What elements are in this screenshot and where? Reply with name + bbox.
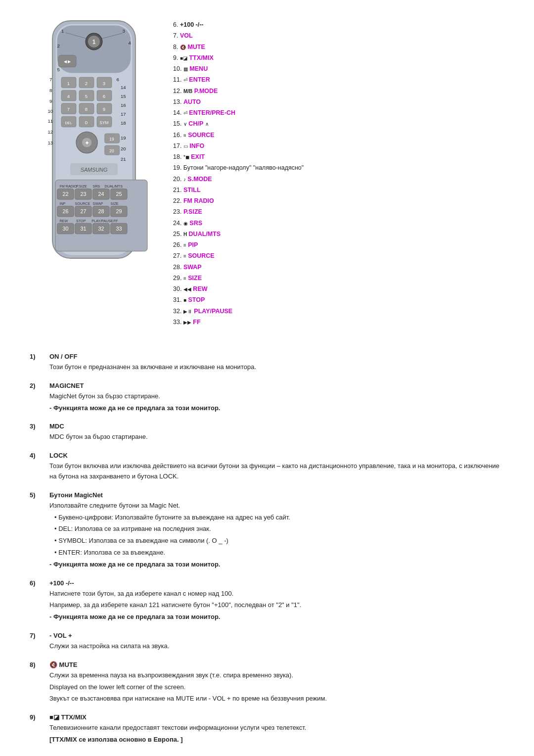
section-9: 9) ■◪ TTX/MIX Телевизионните канали пред… <box>30 713 504 747</box>
legend-item-30: 30. ◀◀ REW <box>173 284 504 294</box>
svg-text:INP: INP <box>59 201 65 206</box>
svg-text:SYM: SYM <box>99 120 108 125</box>
section-6: 6) +100 -/-- Натиснете този бутон, за да… <box>30 579 504 624</box>
legend-item-29: 29. ≡ SIZE <box>173 273 504 284</box>
legend-item-17: 17. ▭ INFO <box>173 141 504 151</box>
section-4: 4) LOCK Този бутон включва или изключва … <box>30 452 504 483</box>
svg-text:3: 3 <box>123 28 125 34</box>
legend-item-8: 8. 🔇 MUTE <box>173 42 504 52</box>
section-5: 5) Бутони MagicNet Използвайте следните … <box>30 491 504 571</box>
legend-item-21: 21. STILL <box>173 185 504 195</box>
svg-text:29: 29 <box>116 208 122 214</box>
section-6-p2: Например, за да изберете канал 121 натис… <box>49 600 504 611</box>
section-9-p2: [TTX/MIX се използва основно в Европа. ] <box>49 735 504 745</box>
svg-text:18: 18 <box>121 120 126 126</box>
svg-text:30: 30 <box>62 226 68 232</box>
svg-text:12: 12 <box>47 129 53 135</box>
svg-text:11: 11 <box>47 118 53 124</box>
legend-item-9: 9. ■◪ TTX/MIX <box>173 53 504 63</box>
remote-svg: 1 1 2 3 4 ◀ ▶ 5 <box>35 15 153 264</box>
svg-text:9: 9 <box>103 106 105 112</box>
section-7-p1: Служи за настройка на силата на звука. <box>49 641 504 652</box>
svg-text:FF: FF <box>114 219 118 223</box>
svg-text:2: 2 <box>57 43 60 48</box>
svg-text:8: 8 <box>49 88 52 93</box>
svg-text:5: 5 <box>57 67 60 72</box>
svg-text:SWAP: SWAP <box>93 201 103 206</box>
svg-text:21: 21 <box>121 156 126 162</box>
section-2: 2) MAGICNET MagicNet бутон за бързо стар… <box>30 382 504 415</box>
legend-item-23: 23. P.SIZE <box>173 207 504 217</box>
legend-item-15: 15. ∨ CH/P ∧ <box>173 119 504 129</box>
svg-text:9: 9 <box>49 98 52 104</box>
legend-item-11: 11. ⏎ ENTER <box>173 75 504 85</box>
section-5-p4: • SYMBOL: Използва се за въвеждане на си… <box>54 536 504 546</box>
legend-item-31: 31. ■ STOP <box>173 295 504 305</box>
svg-text:6: 6 <box>117 77 119 82</box>
legend-item-32: 32. ▶⏸ PLAY/PAUSE <box>173 306 504 317</box>
svg-text:28: 28 <box>98 208 104 214</box>
legend-item-12: 12. M/B P.MODE <box>173 86 504 96</box>
svg-text:33: 33 <box>116 226 122 232</box>
page-container: 1 1 2 3 4 ◀ ▶ 5 <box>30 15 504 756</box>
legend-item-10: 10. ▦ MENU <box>173 64 504 74</box>
section-7-title: - VOL + <box>49 632 504 639</box>
legend-item-24: 24. ◉ SRS <box>173 218 504 229</box>
svg-text:24: 24 <box>98 191 104 197</box>
section-2-p2: - Функцията може да не се предлага за то… <box>49 403 504 414</box>
svg-text:22: 22 <box>62 191 68 197</box>
section-6-title: +100 -/-- <box>49 579 504 587</box>
legend-item-19: 19. Бутони "нагоре-надолу" "наляво-надяс… <box>173 163 504 173</box>
legend-item-28: 28. SWAP <box>173 262 504 273</box>
svg-text:8: 8 <box>85 106 88 112</box>
svg-text:26: 26 <box>62 208 68 214</box>
svg-text:REW: REW <box>59 219 68 223</box>
section-5-p1: Използвайте следните бутони за Magic Net… <box>49 501 504 511</box>
section-1: 1) ON / OFF Този бутон е предназначен за… <box>30 353 504 374</box>
svg-text:PLAY/PAUSE: PLAY/PAUSE <box>91 219 113 223</box>
svg-text:14: 14 <box>121 85 126 90</box>
svg-text:17: 17 <box>121 111 126 117</box>
legend-item-13: 13. AUTO <box>173 97 504 107</box>
section-5-p2: • Буквено-цифрови: Използвайте бутоните … <box>54 513 504 523</box>
top-section: 1 1 2 3 4 ◀ ▶ 5 <box>30 15 504 328</box>
legend-item-26: 26. ≡ PIP <box>173 240 504 250</box>
legend-item-6: 6. +100 -/-- <box>173 20 504 30</box>
section-9-p1: Телевизионните канали предоставят тексто… <box>49 723 504 733</box>
svg-text:FM RADIO: FM RADIO <box>59 184 77 189</box>
svg-text:27: 27 <box>80 208 86 214</box>
svg-text:1: 1 <box>92 39 96 46</box>
svg-text:6: 6 <box>103 94 105 99</box>
legend-item-33: 33. ▶▶ FF <box>173 317 504 328</box>
svg-text:19: 19 <box>121 135 126 141</box>
svg-text:2: 2 <box>85 81 88 86</box>
svg-text:◀ ▶: ◀ ▶ <box>64 59 71 64</box>
svg-text:SIZE: SIZE <box>111 201 119 206</box>
section-1-title: ON / OFF <box>49 353 504 360</box>
section-6-p3: - Функцията може да не се предлага за то… <box>49 612 504 622</box>
svg-text:1: 1 <box>61 28 64 34</box>
section-5-p6: - Функцията може да не се предлага за то… <box>49 560 504 570</box>
svg-text:0: 0 <box>85 120 88 125</box>
legend-item-22: 22. FM RADIO <box>173 196 504 206</box>
section-9-title: ■◪ TTX/MIX <box>49 713 504 721</box>
svg-text:SRS: SRS <box>93 184 100 189</box>
svg-text:15: 15 <box>121 94 126 99</box>
section-7: 7) - VOL + Служи за настройка на силата … <box>30 632 504 653</box>
svg-text:19: 19 <box>109 137 114 142</box>
section-8-p2: Displayed on the lower left corner of th… <box>49 682 504 693</box>
svg-text:7: 7 <box>67 106 70 112</box>
section-1-p1: Този бутон е предназначен за включване и… <box>49 362 504 373</box>
svg-text:10: 10 <box>47 108 53 114</box>
section-2-title: MAGICNET <box>49 382 504 389</box>
legend-item-18: 18. *◼ EXIT <box>173 152 504 162</box>
legend-container: 6. +100 -/-- 7. VOL 8. 🔇 MUTE 9. ■◪ TTX/… <box>173 15 504 328</box>
legend-item-25: 25. H DUAL/MTS <box>173 229 504 239</box>
section-8-p1: Служи за временна пауза на възпроизвежда… <box>49 670 504 681</box>
legend-item-20: 20. ♪ S.MODE <box>173 174 504 185</box>
svg-text:4: 4 <box>129 40 132 46</box>
legend-item-14: 14. ⏎ ENTER/PRE-CH <box>173 108 504 118</box>
section-8-title: 🔇 MUTE <box>49 661 504 668</box>
svg-text:31: 31 <box>80 226 86 232</box>
legend-item-27: 27. ≡ SOURCE <box>173 251 504 261</box>
